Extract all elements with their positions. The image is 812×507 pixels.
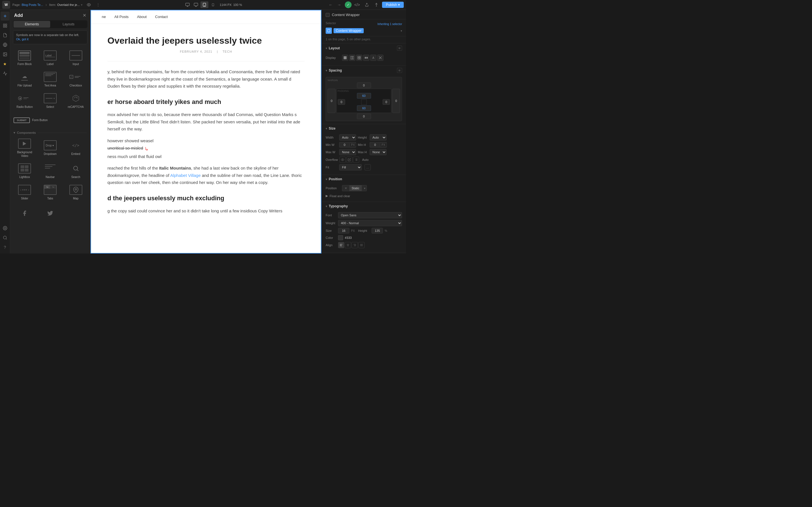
font-select[interactable]: Open Sans	[338, 212, 402, 218]
selector-badge[interactable]: Content Wrapper	[334, 28, 364, 33]
panel-item-form-button[interactable]: SUBMIT Form Button	[12, 112, 88, 129]
publish-dropdown-arrow[interactable]: ▾	[398, 3, 400, 7]
margin-top-input[interactable]	[357, 82, 371, 88]
min-w-input[interactable]	[340, 142, 350, 147]
padding-top-input[interactable]	[357, 93, 371, 99]
close-panel-button[interactable]: ✕	[83, 13, 86, 18]
panel-item-slider[interactable]: ‹ › Slider	[12, 182, 37, 202]
panel-item-tabs[interactable]: Tab Tab Tabs	[38, 182, 63, 202]
color-swatch[interactable]	[338, 235, 343, 240]
publish-device-icon[interactable]	[184, 1, 192, 8]
search-elements-icon[interactable]	[1, 233, 10, 242]
cms-icon[interactable]	[1, 40, 10, 49]
align-right-icon[interactable]	[352, 242, 358, 248]
width-select[interactable]: Auto	[339, 134, 356, 140]
help-icon[interactable]: ?	[1, 243, 10, 252]
panel-item-search[interactable]: Search	[63, 161, 88, 181]
min-h-input[interactable]	[370, 142, 380, 147]
panel-item-facebook[interactable]	[12, 203, 37, 224]
content-wrapper-checkbox[interactable]	[326, 13, 329, 17]
publish-button[interactable]: Publish ▾	[382, 2, 404, 8]
nav-link-home[interactable]: ne	[102, 15, 106, 19]
canvas-area[interactable]: ne All Posts About Contact Overlaid the …	[91, 10, 321, 253]
display-text-icon[interactable]: A	[370, 55, 376, 61]
fit-select[interactable]: Fill	[339, 164, 362, 170]
height-select[interactable]: Auto	[370, 134, 387, 140]
display-flex-icon[interactable]	[349, 55, 355, 61]
panel-item-form-block[interactable]: Form Block	[12, 48, 37, 68]
tab-layouts[interactable]: Layouts	[50, 21, 87, 27]
nav-link-contact[interactable]: Contact	[155, 15, 168, 19]
display-block-icon[interactable]	[342, 55, 348, 61]
panel-item-twitter[interactable]	[38, 203, 63, 224]
size-section-header[interactable]: ▾ Size	[322, 124, 406, 133]
position-x-btn[interactable]: ✕	[342, 185, 349, 191]
weight-select[interactable]: 400 - Normal	[338, 220, 402, 226]
panel-item-text-area[interactable]: Text Area	[38, 69, 63, 89]
panel-item-recaptcha[interactable]: reCAPTCHA	[63, 91, 88, 111]
panel-item-embed[interactable]: </> Embed	[63, 136, 88, 159]
padding-right-input[interactable]	[383, 99, 390, 105]
display-inline-block-icon[interactable]	[363, 55, 369, 61]
panel-item-radio-button[interactable]: Radio Button	[12, 91, 37, 111]
pages-icon[interactable]	[1, 31, 10, 40]
overflow-visible-icon[interactable]	[340, 157, 346, 163]
display-none-icon[interactable]	[377, 55, 384, 61]
margin-bottom-input[interactable]	[357, 114, 371, 119]
eye-icon[interactable]	[85, 1, 93, 9]
page-name[interactable]: Blog Posts Te...	[22, 3, 43, 6]
notice-link[interactable]: Ok, got it	[16, 38, 29, 41]
align-justify-icon[interactable]	[358, 242, 364, 248]
redo-button[interactable]: →	[335, 1, 343, 9]
layout-section-header[interactable]: ▾ Layout ⊞	[322, 43, 406, 53]
typography-section-header[interactable]: ▾ Typography	[322, 202, 406, 210]
nav-link-all-posts[interactable]: All Posts	[114, 15, 129, 19]
position-section-header[interactable]: ▾ Position	[322, 175, 406, 183]
panel-item-navbar[interactable]: Navbar	[38, 161, 63, 181]
desktop-icon[interactable]	[192, 1, 200, 8]
dropdown-arrow[interactable]: ▾	[81, 3, 83, 7]
padding-left-input[interactable]	[338, 99, 345, 105]
panel-item-bg-video[interactable]: Background Video	[12, 136, 37, 159]
layout-options-icon[interactable]: ⊞	[397, 46, 402, 51]
nav-link-about[interactable]: About	[137, 15, 147, 19]
height-typo-input[interactable]	[371, 228, 383, 233]
align-left-icon[interactable]	[338, 242, 344, 248]
panel-item-label[interactable]: Label Label	[38, 48, 63, 68]
panel-item-file-upload[interactable]: ☁ File Upload	[12, 69, 37, 89]
spacing-section-header[interactable]: ▾ Spacing ⊞	[322, 66, 406, 75]
overflow-edit-icon[interactable]	[346, 157, 352, 163]
overflow-scroll-icon[interactable]	[353, 157, 359, 163]
undo-button[interactable]: ←	[327, 1, 335, 9]
align-center-icon[interactable]	[345, 242, 351, 248]
fit-more-icon[interactable]: …	[364, 164, 371, 170]
panel-item-dropdown[interactable]: Drop ▾ Dropdown	[38, 136, 63, 159]
add-elements-icon[interactable]	[1, 11, 10, 20]
selector-dropdown-arrow[interactable]: ▾	[401, 29, 402, 33]
assets-icon[interactable]	[1, 50, 10, 59]
panel-item-map[interactable]: Map	[63, 182, 88, 202]
display-grid-icon[interactable]	[356, 55, 362, 61]
symbols-icon[interactable]: ★	[1, 59, 10, 68]
accessibility-icon[interactable]	[372, 1, 380, 9]
tablet-icon[interactable]	[200, 1, 208, 8]
position-dropdown[interactable]: ▾	[363, 185, 366, 191]
padding-bottom-input[interactable]	[357, 105, 371, 111]
max-w-select[interactable]: None	[339, 149, 356, 155]
alphabet-village-link[interactable]: Alphabet Village	[170, 173, 201, 178]
interactions-icon[interactable]	[1, 69, 10, 78]
panel-item-input[interactable]: Input	[63, 48, 88, 68]
margin-left-input[interactable]	[327, 89, 336, 113]
spacing-options-icon[interactable]: ⊞	[397, 68, 402, 73]
share-icon[interactable]	[363, 1, 371, 9]
margin-right-input[interactable]	[392, 89, 400, 113]
item-name[interactable]: Overlaid the je...	[57, 3, 80, 6]
size-typo-input[interactable]	[338, 228, 349, 233]
float-clear-row[interactable]: ▶ Float and clear	[326, 193, 402, 199]
max-h-select[interactable]: None	[370, 149, 387, 155]
position-static-btn[interactable]: Static	[349, 185, 362, 191]
settings-icon[interactable]	[1, 224, 10, 233]
more-options-icon[interactable]: ⋮	[95, 3, 101, 7]
tab-elements[interactable]: Elements	[13, 21, 50, 27]
navigator-icon[interactable]	[1, 21, 10, 30]
